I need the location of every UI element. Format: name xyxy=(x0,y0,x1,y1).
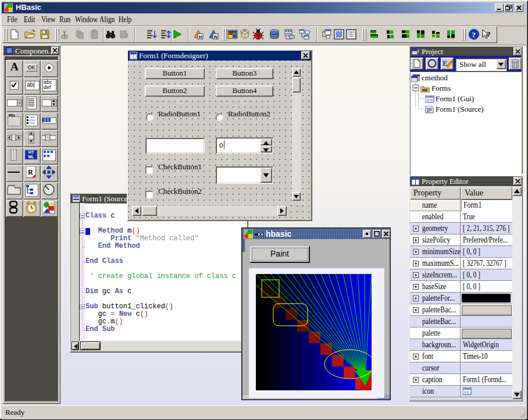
svg-text:H: H xyxy=(199,34,202,40)
svg-text:?: ? xyxy=(487,30,491,38)
svg-text:?: ? xyxy=(472,30,476,39)
svg-text:N: N xyxy=(214,34,217,40)
svg-text:R: R xyxy=(28,168,33,176)
